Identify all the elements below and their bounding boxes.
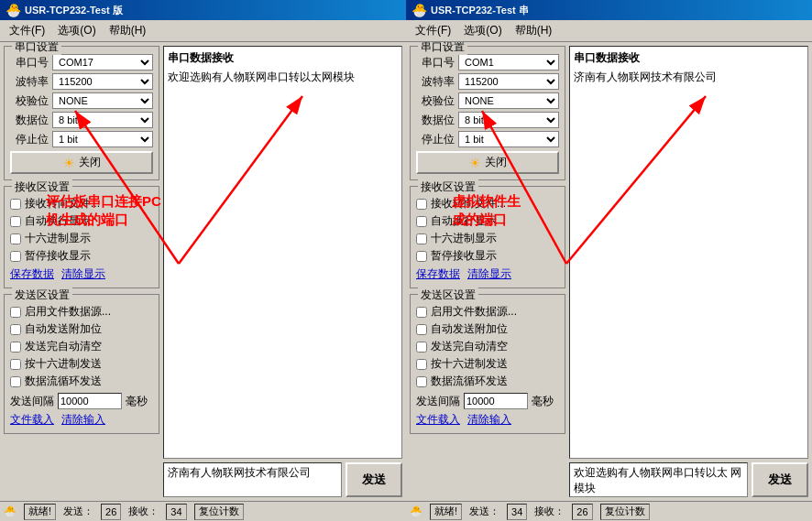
recv-checkbox-0[interactable] <box>416 199 427 210</box>
serial-select-1[interactable]: 115200960038400 <box>52 73 153 90</box>
send-interval-unit: 毫秒 <box>532 394 554 409</box>
send-checkbox-3[interactable] <box>416 359 427 370</box>
menu-item-选项(O)[interactable]: 选项(O) <box>52 22 101 39</box>
serial-settings-group: 串口设置串口号COM17COM1COM2COM3波特率1152009600384… <box>4 46 159 180</box>
menu-item-文件(F)[interactable]: 文件(F) <box>4 22 50 39</box>
menu-item-帮助(H)[interactable]: 帮助(H) <box>104 22 152 39</box>
file-link-0[interactable]: 文件载入 <box>416 412 460 428</box>
recv-area-content: 欢迎选购有人物联网串口转以太网模块 <box>168 70 398 85</box>
recv-checkbox-row-1: 自动换行显示 <box>10 213 153 229</box>
right-panel: 串口数据接收 济南有人物联网技术有限公司欢迎选购有人物联网串口转以太 网模块发送 <box>569 46 808 497</box>
send-checkbox-4[interactable] <box>10 376 21 387</box>
recv-checkbox-label-0: 接收转向文件... <box>25 196 100 212</box>
recv-checkbox-2[interactable] <box>10 233 21 244</box>
field-label-1: 波特率 <box>10 74 49 90</box>
window-2: 🐣 USR-TCP232-Test 串文件(F)选项(O)帮助(H)串口设置串口… <box>406 0 812 521</box>
close-button[interactable]: ☀ 关闭 <box>416 151 559 174</box>
recv-count-label: 接收： <box>534 505 565 518</box>
send-text-area[interactable]: 欢迎选购有人物联网串口转以太 网模块 <box>569 462 748 497</box>
serial-field-row-3: 数据位8 bit7 bit <box>416 112 559 128</box>
bottom-panel: 欢迎选购有人物联网串口转以太 网模块发送 <box>569 462 808 497</box>
reset-count-btn[interactable]: 复位计数 <box>194 504 244 520</box>
send-checkbox-label-3: 按十六进制发送 <box>25 356 102 372</box>
file-link-0[interactable]: 文件载入 <box>10 412 54 428</box>
send-checkbox-2[interactable] <box>10 342 21 353</box>
menu-item-文件(F)[interactable]: 文件(F) <box>410 22 456 39</box>
serial-select-3[interactable]: 8 bit7 bit <box>52 112 153 128</box>
field-label-3: 数据位 <box>416 113 455 128</box>
recv-settings-group: 接收区设置 接收转向文件... 自动换行显示 十六进制显示 暂停接收显示保存数据… <box>410 186 565 288</box>
field-label-0: 串口号 <box>10 55 49 71</box>
send-checkbox-4[interactable] <box>416 376 427 387</box>
recv-link-0[interactable]: 保存数据 <box>416 266 460 282</box>
recv-settings-group: 接收区设置 接收转向文件... 自动换行显示 十六进制显示 暂停接收显示保存数据… <box>4 186 159 288</box>
serial-field-row-1: 波特率115200960038400 <box>10 73 153 90</box>
field-label-2: 校验位 <box>416 93 455 109</box>
menu-item-帮助(H)[interactable]: 帮助(H) <box>510 22 558 39</box>
recv-checkbox-3[interactable] <box>416 251 427 262</box>
send-checkbox-0[interactable] <box>10 307 21 318</box>
send-interval-input[interactable] <box>464 393 528 409</box>
recv-checkbox-label-3: 暂停接收显示 <box>25 248 91 264</box>
receive-area: 串口数据接收 欢迎选购有人物联网串口转以太网模块 <box>163 46 402 459</box>
send-interval-input[interactable] <box>58 393 122 409</box>
send-count: 26 <box>101 504 121 520</box>
recv-checkbox-1[interactable] <box>10 216 21 227</box>
title-bar: 🐣 USR-TCP232-Test 版 <box>0 0 406 20</box>
send-checkbox-3[interactable] <box>10 359 21 370</box>
recv-link-1[interactable]: 清除显示 <box>61 266 105 282</box>
menu-bar: 文件(F)选项(O)帮助(H) <box>0 20 406 42</box>
recv-checkbox-row-2: 十六进制显示 <box>416 231 559 246</box>
title-bar: 🐣 USR-TCP232-Test 串 <box>406 0 812 20</box>
serial-select-4[interactable]: 1 bit2 bit <box>52 131 153 147</box>
send-text-area[interactable]: 济南有人物联网技术有限公司 <box>163 462 342 497</box>
serial-select-0[interactable]: COM1COM2COM17 <box>458 54 559 71</box>
recv-link-0[interactable]: 保存数据 <box>10 266 54 282</box>
recv-checkbox-1[interactable] <box>416 216 427 227</box>
serial-select-0[interactable]: COM17COM1COM2COM3 <box>52 54 153 71</box>
serial-field-row-0: 串口号COM1COM2COM17 <box>416 54 559 71</box>
recv-checkbox-label-2: 十六进制显示 <box>25 231 91 246</box>
window-title: USR-TCP232-Test 版 <box>25 4 401 17</box>
send-count: 34 <box>507 504 527 520</box>
recv-checkbox-3[interactable] <box>10 251 21 262</box>
send-checkbox-1[interactable] <box>10 324 21 335</box>
file-link-1[interactable]: 清除输入 <box>61 412 105 428</box>
serial-select-4[interactable]: 1 bit2 bit <box>458 131 559 147</box>
recv-checkbox-2[interactable] <box>416 233 427 244</box>
status-text: 就绪! <box>24 504 56 520</box>
serial-select-2[interactable]: NONEODDEVEN <box>458 92 559 109</box>
send-checkbox-label-0: 启用文件数据源... <box>25 304 111 320</box>
recv-checkbox-row-0: 接收转向文件... <box>10 196 153 212</box>
send-checkbox-2[interactable] <box>416 342 427 353</box>
recv-link-row: 保存数据清除显示 <box>416 266 559 282</box>
recv-link-row: 保存数据清除显示 <box>10 266 153 282</box>
serial-select-1[interactable]: 115200960038400 <box>458 73 559 90</box>
file-link-1[interactable]: 清除输入 <box>467 412 511 428</box>
send-checkbox-1[interactable] <box>416 324 427 335</box>
send-settings-group: 发送区设置 启用文件数据源... 自动发送附加位 发送完自动清空 按十六进制发送… <box>410 294 565 434</box>
send-checkbox-row-1: 自动发送附加位 <box>416 321 559 337</box>
recv-count: 34 <box>166 504 186 520</box>
recv-count-label: 接收： <box>128 505 159 518</box>
send-checkbox-row-0: 启用文件数据源... <box>10 304 153 320</box>
main-content: 串口设置串口号COM1COM2COM17波特率115200960038400校验… <box>406 42 812 501</box>
left-panel: 串口设置串口号COM17COM1COM2COM3波特率1152009600384… <box>4 46 159 497</box>
reset-count-btn[interactable]: 复位计数 <box>600 504 650 520</box>
send-settings-group: 发送区设置 启用文件数据源... 自动发送附加位 发送完自动清空 按十六进制发送… <box>4 294 159 434</box>
send-checkbox-0[interactable] <box>416 307 427 318</box>
recv-checkbox-0[interactable] <box>10 199 21 210</box>
menu-item-选项(O)[interactable]: 选项(O) <box>458 22 507 39</box>
recv-link-1[interactable]: 清除显示 <box>467 266 511 282</box>
serial-select-3[interactable]: 8 bit7 bit <box>458 112 559 128</box>
recv-checkbox-label-0: 接收转向文件... <box>431 196 506 212</box>
send-button[interactable]: 发送 <box>346 462 402 497</box>
serial-select-2[interactable]: NONEODDEVEN <box>52 92 153 109</box>
send-interval-row: 发送间隔 毫秒 <box>10 393 153 409</box>
send-checkbox-row-4: 数据流循环发送 <box>10 374 153 389</box>
right-panel: 串口数据接收 欢迎选购有人物联网串口转以太网模块济南有人物联网技术有限公司发送 <box>163 46 402 497</box>
status-bar: 🐣 就绪! 发送： 26 接收： 34 复位计数 <box>0 501 406 521</box>
send-button[interactable]: 发送 <box>752 462 808 497</box>
close-button[interactable]: ☀ 关闭 <box>10 151 153 174</box>
send-checkbox-row-2: 发送完自动清空 <box>416 339 559 354</box>
